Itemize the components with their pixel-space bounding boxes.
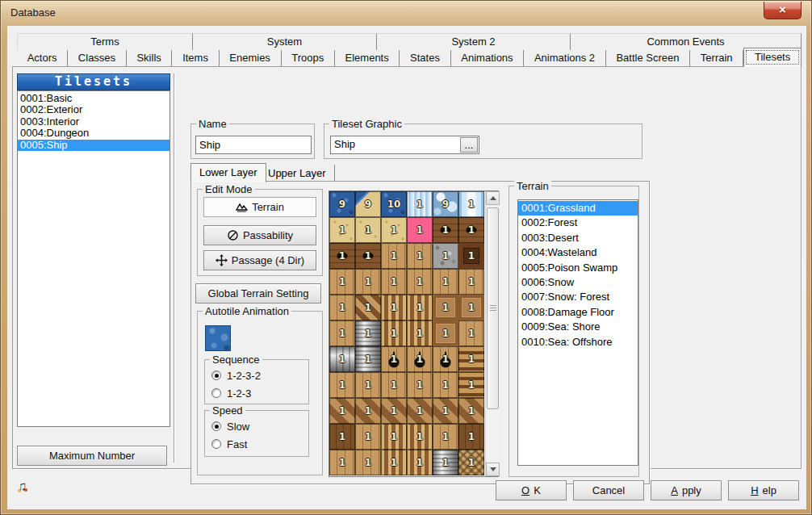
speed-option-slow[interactable]: Slow xyxy=(211,421,249,432)
terrain-list-item[interactable]: 0008:Damage Floor xyxy=(518,305,638,320)
tileset-tile[interactable]: 1 xyxy=(355,424,381,450)
tileset-tile[interactable]: 1 xyxy=(355,243,381,269)
tileset-tile[interactable]: 1 xyxy=(458,424,484,450)
scroll-up-button[interactable] xyxy=(486,191,500,205)
tileset-tile[interactable]: 1 xyxy=(433,243,458,269)
tileset-tile[interactable]: 1 xyxy=(381,372,407,398)
tab-animations-2[interactable]: Animations 2 xyxy=(524,50,606,66)
tileset-tile[interactable]: 1 xyxy=(329,295,355,320)
tileset-tile[interactable]: 1 xyxy=(458,217,484,243)
tileset-tile[interactable]: 1 xyxy=(381,217,407,243)
tileset-tile[interactable]: 1 xyxy=(407,450,433,475)
tileset-tile[interactable]: 1 xyxy=(329,398,355,424)
help-button[interactable]: Help xyxy=(728,480,799,500)
tileset-tile[interactable]: 1 xyxy=(329,243,355,269)
terrain-list-item[interactable]: 0004:Wasteland xyxy=(518,245,638,260)
tileset-tile[interactable]: 1 xyxy=(329,320,355,346)
tileset-tile[interactable]: 1 xyxy=(355,372,381,398)
maximum-number-button[interactable]: Maximum Number xyxy=(17,446,167,466)
terrain-list-item[interactable]: 0007:Snow: Forest xyxy=(518,290,638,304)
tileset-tile[interactable]: 1 xyxy=(433,217,458,243)
tab-group-system-2[interactable]: System 2 xyxy=(377,33,571,50)
terrain-list-item[interactable]: 0006:Snow xyxy=(518,275,638,290)
tileset-tile[interactable]: 1 xyxy=(407,295,433,320)
tileset-tile[interactable]: 1 xyxy=(458,191,484,217)
radio-unchecked[interactable] xyxy=(211,388,221,398)
tab-terrain[interactable]: Terrain xyxy=(690,50,743,66)
tileset-tile[interactable]: 1 xyxy=(407,320,433,346)
tileset-tile[interactable]: 1 xyxy=(407,243,433,269)
titlebar[interactable]: Database × xyxy=(1,1,811,26)
ok-button[interactable]: OK xyxy=(496,480,567,500)
tab-tilesets[interactable]: Tilesets xyxy=(743,48,802,67)
tileset-tile[interactable]: 1 xyxy=(433,346,458,372)
tileset-tile[interactable]: 1 xyxy=(407,372,433,398)
tileset-tile[interactable]: 1 xyxy=(381,450,407,475)
scroll-thumb[interactable] xyxy=(487,207,499,409)
tileset-tile[interactable]: 9 xyxy=(355,191,381,217)
tileset-tile[interactable]: 1 xyxy=(329,450,355,475)
tab-skills[interactable]: Skills xyxy=(127,50,173,66)
tileset-tile[interactable]: 1 xyxy=(381,398,407,424)
tileset-tile[interactable]: 1 xyxy=(458,269,484,295)
tilesets-list[interactable]: 0001:Basic0002:Exterior0003:Interior0004… xyxy=(17,90,170,427)
tileset-tile[interactable]: 1 xyxy=(381,346,407,372)
sequence-option-1-2-3-2[interactable]: 1-2-3-2 xyxy=(211,370,261,381)
tab-group-terms[interactable]: Terms xyxy=(17,33,193,50)
tab-elements[interactable]: Elements xyxy=(335,50,400,66)
scroll-down-button[interactable] xyxy=(486,463,500,476)
sequence-option-1-2-3[interactable]: 1-2-3 xyxy=(211,387,251,399)
tab-animations[interactable]: Animations xyxy=(451,50,525,66)
browse-button[interactable]: ... xyxy=(460,137,478,153)
tab-classes[interactable]: Classes xyxy=(68,50,127,66)
speed-option-fast[interactable]: Fast xyxy=(211,438,247,450)
tab-lower-layer[interactable]: Lower Layer xyxy=(190,163,266,182)
tileset-tile[interactable]: 1 xyxy=(458,450,484,475)
tileset-list-item[interactable]: 0005:Ship xyxy=(18,140,170,151)
tileset-list-item[interactable]: 0004:Dungeon xyxy=(18,128,170,139)
tab-troops[interactable]: Troops xyxy=(282,50,335,66)
tileset-tile[interactable]: 1 xyxy=(329,346,355,372)
tileset-tile[interactable]: 1 xyxy=(458,320,484,346)
tileset-graphic-field[interactable]: Ship ... xyxy=(330,136,479,154)
close-button[interactable]: × xyxy=(764,2,802,19)
tileset-tile[interactable]: 1 xyxy=(355,320,381,346)
global-terrain-setting-button[interactable]: Global Terrain Setting xyxy=(195,283,321,304)
tileset-tile[interactable]: 1 xyxy=(381,320,407,346)
tileset-tile[interactable]: 9 xyxy=(329,191,355,217)
tab-actors[interactable]: Actors xyxy=(17,50,68,66)
tab-items[interactable]: Items xyxy=(172,50,219,66)
tileset-tile[interactable]: 1 xyxy=(433,269,458,295)
terrain-list[interactable]: 0001:Grassland0002:Forest0003:Desert0004… xyxy=(517,199,638,466)
terrain-list-item[interactable]: 0010:Sea: Offshore xyxy=(518,335,638,350)
tileset-list-item[interactable]: 0002:Exterior xyxy=(18,104,170,115)
tileset-tile[interactable]: 1 xyxy=(381,243,407,269)
tileset-tile[interactable]: 1 xyxy=(329,269,355,295)
tileset-tile[interactable]: 1 xyxy=(458,372,484,398)
tileset-tile[interactable]: 1 xyxy=(433,320,458,346)
tileset-tile[interactable]: 1 xyxy=(458,398,484,424)
terrain-list-item[interactable]: 0005:Poison Swamp xyxy=(518,261,638,275)
tileset-tile[interactable]: 1 xyxy=(355,295,381,320)
tab-battle-screen[interactable]: Battle Screen xyxy=(606,50,690,66)
tileset-tile[interactable]: 1 xyxy=(329,424,355,450)
tileset-tile[interactable]: 1 xyxy=(407,346,433,372)
tileset-tile[interactable]: 1 xyxy=(355,269,381,295)
tileset-tile[interactable]: 1 xyxy=(329,217,355,243)
tileset-tile[interactable]: 1 xyxy=(355,398,381,424)
tileset-tile[interactable]: 1 xyxy=(355,450,381,475)
apply-button[interactable]: Apply xyxy=(651,480,722,500)
tab-enemies[interactable]: Enemies xyxy=(220,50,282,66)
tileset-tile[interactable]: 1 xyxy=(355,217,381,243)
tab-group-system[interactable]: System xyxy=(193,33,377,50)
tileset-tile[interactable]: 1 xyxy=(355,346,381,372)
tileset-tile[interactable]: 1 xyxy=(458,346,484,372)
tileset-tile[interactable]: 1 xyxy=(433,424,458,450)
tileset-tile[interactable]: 1 xyxy=(381,269,407,295)
tileset-tile[interactable]: 1 xyxy=(458,295,484,320)
tileset-scrollbar[interactable] xyxy=(485,191,499,476)
terrain-list-item[interactable]: 0009:Sea: Shore xyxy=(518,320,638,334)
tileset-tile[interactable]: 1 xyxy=(433,450,458,475)
tileset-tile[interactable]: 1 xyxy=(381,424,407,450)
tab-upper-layer[interactable]: Upper Layer xyxy=(260,165,335,182)
